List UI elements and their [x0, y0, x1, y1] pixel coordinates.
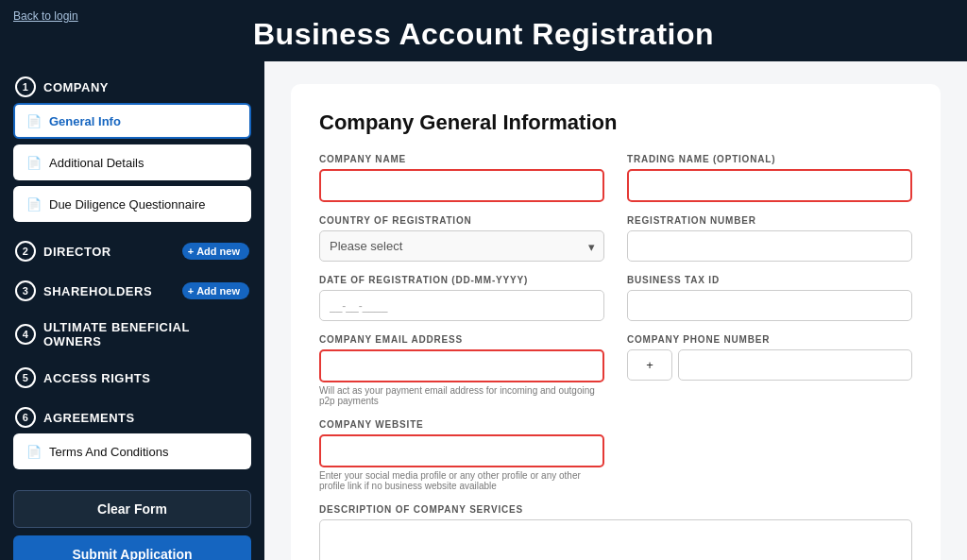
- trading-name-input[interactable]: [627, 169, 912, 202]
- sidebar-section-header-company: 1 COMPANY: [13, 71, 251, 103]
- plus-icon: +: [188, 246, 194, 257]
- registration-number-label: REGISTRATION NUMBER: [627, 215, 912, 226]
- phone-label: COMPANY PHONE NUMBER: [627, 334, 912, 345]
- sidebar-bottom: Clear Form Submit Application: [13, 483, 251, 560]
- country-select[interactable]: Please select: [319, 230, 604, 262]
- page-title: Business Account Registration: [0, 17, 967, 52]
- sidebar-item-general-info[interactable]: 📄 General Info: [13, 103, 251, 139]
- date-label: DATE OF REGISTRATION (DD-MM-YYYY): [319, 275, 604, 285]
- form-group-tax: BUSINESS TAX ID: [627, 275, 912, 321]
- step-circle-3: 3: [15, 280, 36, 301]
- form-group-description: DESCRIPTION OF COMPANY SERVICES: [319, 504, 912, 560]
- sidebar-section-label-access: ACCESS RIGHTS: [43, 371, 150, 385]
- clear-form-button[interactable]: Clear Form: [13, 490, 251, 528]
- doc-icon: 📄: [26, 113, 42, 128]
- form-row-6: DESCRIPTION OF COMPANY SERVICES: [319, 504, 912, 560]
- sidebar-section-label-director: DIRECTOR: [43, 245, 111, 259]
- sidebar-item-label: Additional Details: [49, 156, 144, 170]
- sidebar-section-ubo: 4 ULTIMATE BENEFICIAL OWNERS: [13, 314, 251, 354]
- website-label: COMPANY WEBSITE: [319, 419, 604, 430]
- form-row-1: COMPANY NAME TRADING NAME (OPTIONAL): [319, 154, 912, 202]
- website-hint: Enter your social media profile or any o…: [319, 470, 604, 491]
- step-circle-4: 4: [15, 324, 36, 345]
- sidebar-item-terms[interactable]: 📄 Terms And Conditions: [13, 433, 251, 469]
- email-hint: Will act as your payment email address f…: [319, 385, 604, 406]
- form-row-5: COMPANY WEBSITE Enter your social media …: [319, 419, 912, 491]
- submit-application-button[interactable]: Submit Application: [13, 535, 251, 560]
- add-director-label: Add new: [196, 246, 240, 257]
- form-row-3: DATE OF REGISTRATION (DD-MM-YYYY) BUSINE…: [319, 275, 912, 321]
- sidebar-section-header-shareholders: 3 SHAREHOLDERS + Add new: [13, 275, 251, 307]
- sidebar-item-due-diligence[interactable]: 📄 Due Diligence Questionnaire: [13, 186, 251, 222]
- form-group-company-name: COMPANY NAME: [319, 154, 604, 202]
- company-name-label: COMPANY NAME: [319, 154, 604, 164]
- form-group-registration-number: REGISTRATION NUMBER: [627, 215, 912, 262]
- add-shareholder-button[interactable]: + Add new: [182, 282, 249, 299]
- registration-number-input[interactable]: [627, 230, 912, 262]
- sidebar-item-label: Due Diligence Questionnaire: [49, 197, 205, 212]
- phone-group: [627, 349, 912, 381]
- step-circle-2: 2: [15, 241, 36, 262]
- trading-name-label: TRADING NAME (OPTIONAL): [627, 154, 912, 164]
- sidebar-section-label-shareholders: SHAREHOLDERS: [43, 284, 152, 298]
- add-director-button[interactable]: + Add new: [182, 243, 249, 260]
- form-group-placeholder: [627, 419, 912, 491]
- sidebar-section-header-agreements: 6 AGREEMENTS: [13, 401, 251, 433]
- email-label: COMPANY EMAIL ADDRESS: [319, 334, 604, 345]
- email-input[interactable]: [319, 349, 604, 382]
- sidebar: 1 COMPANY 📄 General Info 📄 Additional De…: [0, 61, 264, 560]
- country-label: COUNTRY OF REGISTRATION: [319, 215, 604, 226]
- sidebar-section-access: 5 ACCESS RIGHTS: [13, 362, 251, 394]
- form-group-trading-name: TRADING NAME (OPTIONAL): [627, 154, 912, 202]
- plus-icon: +: [188, 285, 194, 297]
- main-content: Company General Information COMPANY NAME…: [264, 61, 967, 560]
- website-input[interactable]: [319, 434, 604, 467]
- sidebar-section-label-ubo: ULTIMATE BENEFICIAL OWNERS: [43, 320, 249, 348]
- back-to-login[interactable]: Back to login: [13, 9, 78, 23]
- phone-prefix-input[interactable]: [627, 349, 672, 381]
- step-circle-5: 5: [15, 367, 36, 388]
- sidebar-section-director: 2 DIRECTOR + Add new: [13, 235, 251, 267]
- sidebar-item-label: Terms And Conditions: [49, 445, 168, 459]
- form-group-website: COMPANY WEBSITE Enter your social media …: [319, 419, 604, 491]
- step-circle-1: 1: [15, 76, 36, 97]
- sidebar-section-header-ubo: 4 ULTIMATE BENEFICIAL OWNERS: [13, 314, 251, 354]
- form-card: Company General Information COMPANY NAME…: [291, 84, 941, 560]
- tax-label: BUSINESS TAX ID: [627, 275, 912, 285]
- form-title: Company General Information: [319, 110, 912, 135]
- form-row-2: COUNTRY OF REGISTRATION Please select RE…: [319, 215, 912, 262]
- sidebar-section-header-director: 2 DIRECTOR + Add new: [13, 235, 251, 267]
- form-group-date: DATE OF REGISTRATION (DD-MM-YYYY): [319, 275, 604, 321]
- company-name-input[interactable]: [319, 169, 604, 202]
- sidebar-item-label: General Info: [49, 114, 121, 128]
- sidebar-section-agreements: 6 AGREEMENTS 📄 Terms And Conditions: [13, 401, 251, 475]
- sidebar-section-label-company: COMPANY: [43, 80, 109, 94]
- country-select-wrapper: Please select: [319, 230, 604, 262]
- doc-icon: 📄: [26, 196, 42, 212]
- sidebar-section-header-access: 5 ACCESS RIGHTS: [13, 362, 251, 394]
- phone-number-input[interactable]: [678, 349, 912, 381]
- sidebar-section-company: 1 COMPANY 📄 General Info 📄 Additional De…: [13, 71, 251, 228]
- form-group-country: COUNTRY OF REGISTRATION Please select: [319, 215, 604, 262]
- doc-icon: 📄: [26, 155, 42, 170]
- description-label: DESCRIPTION OF COMPANY SERVICES: [319, 504, 912, 515]
- form-row-4: COMPANY EMAIL ADDRESS Will act as your p…: [319, 334, 912, 406]
- form-group-email: COMPANY EMAIL ADDRESS Will act as your p…: [319, 334, 604, 406]
- description-textarea[interactable]: [319, 519, 912, 560]
- sidebar-section-shareholders: 3 SHAREHOLDERS + Add new: [13, 275, 251, 307]
- doc-icon: 📄: [26, 444, 42, 459]
- sidebar-item-additional-details[interactable]: 📄 Additional Details: [13, 144, 251, 180]
- sidebar-section-label-agreements: AGREEMENTS: [43, 411, 135, 425]
- form-group-phone: COMPANY PHONE NUMBER: [627, 334, 912, 406]
- tax-input[interactable]: [627, 290, 912, 321]
- step-circle-6: 6: [15, 407, 36, 428]
- date-input[interactable]: [319, 290, 604, 321]
- add-shareholder-label: Add new: [196, 285, 240, 297]
